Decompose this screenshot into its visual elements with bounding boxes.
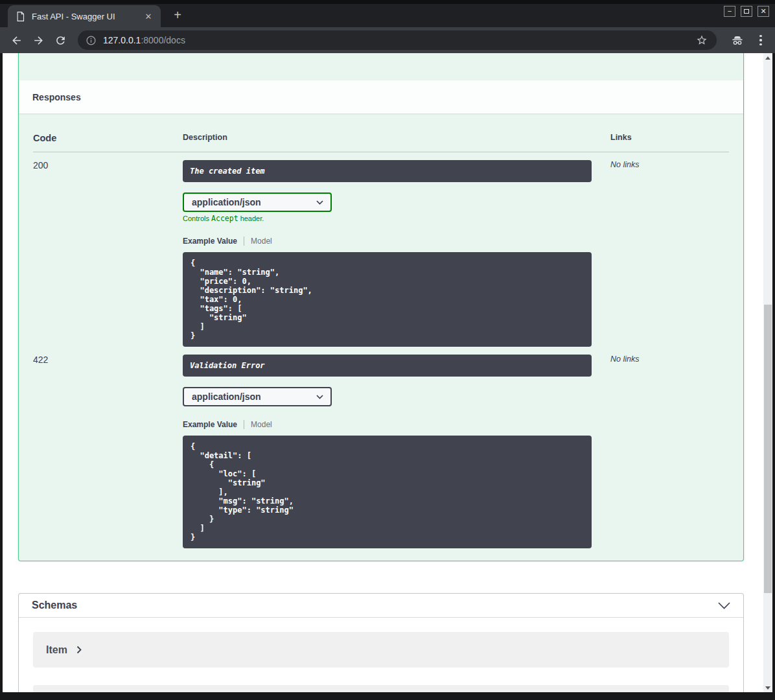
opblock-spacer (19, 53, 743, 80)
model-row-item[interactable]: Item (33, 632, 729, 668)
example-model-tabs: Example Value Model (183, 237, 610, 246)
bookmark-star-button[interactable] (695, 33, 709, 47)
minimize-button[interactable]: − (724, 6, 735, 17)
maximize-icon (744, 9, 749, 14)
browser-menu-button[interactable] (754, 32, 767, 49)
back-arrow-icon (10, 34, 23, 47)
reload-icon (54, 34, 67, 47)
browser-window: Fast API - Swagger UI ✕ + − ✕ 127.0.0.1:… (0, 0, 775, 700)
media-type-value: application/json (192, 391, 261, 402)
forward-button[interactable] (30, 32, 47, 49)
chevron-right-icon (76, 646, 82, 654)
tab-example-value[interactable]: Example Value (183, 237, 237, 246)
triangle-up-icon (765, 56, 770, 60)
media-type-select[interactable]: application/json (183, 192, 332, 212)
url-text[interactable]: 127.0.0.1:8000/docs (103, 35, 185, 45)
model-row-validationerror[interactable]: ValidationError (33, 685, 729, 692)
tab-example-value[interactable]: Example Value (183, 420, 237, 429)
responses-section-header: Responses (19, 80, 743, 113)
minimize-icon: − (728, 8, 732, 15)
tab-model[interactable]: Model (251, 237, 272, 246)
scroll-down-button[interactable] (763, 683, 772, 692)
media-type-select[interactable]: application/json (183, 387, 332, 406)
chevron-down-icon (316, 395, 323, 399)
tab-title: Fast API - Swagger UI (32, 12, 143, 21)
response-row-200: 200 The created item application/json Co… (33, 152, 729, 347)
schemas-header[interactable]: Schemas (19, 594, 743, 618)
accept-header-note: Controls Accept header. (183, 214, 610, 223)
swagger-page: Responses Code Description Links 200 The… (3, 53, 763, 692)
model-name: Item (46, 644, 67, 656)
column-header-code: Code (33, 133, 183, 143)
schemas-title: Schemas (27, 600, 77, 611)
response-description-box: The created item (183, 160, 592, 182)
page-content: Responses Code Description Links 200 The… (3, 53, 772, 692)
scroll-up-button[interactable] (763, 53, 772, 62)
triangle-down-icon (765, 686, 770, 690)
incognito-badge (728, 32, 746, 48)
media-type-value: application/json (192, 197, 261, 207)
column-header-description: Description (183, 133, 610, 143)
vertical-scrollbar[interactable] (763, 53, 772, 692)
tab-model[interactable]: Model (251, 420, 272, 429)
browser-toolbar: 127.0.0.1:8000/docs (0, 27, 775, 53)
document-favicon-icon (16, 11, 25, 22)
response-description-cell: Validation Error application/json Exampl… (183, 355, 610, 548)
forward-arrow-icon (32, 34, 45, 47)
operation-block: Responses Code Description Links 200 The… (18, 53, 744, 561)
models-list: Item ValidationError (19, 618, 743, 692)
accept-code: Accept (211, 214, 238, 223)
responses-title: Responses (32, 92, 81, 102)
window-close-button[interactable]: ✕ (758, 6, 769, 17)
close-icon: ✕ (760, 8, 766, 15)
chevron-down-icon (718, 602, 730, 609)
browser-tab[interactable]: Fast API - Swagger UI ✕ (8, 5, 161, 27)
column-header-links: Links (610, 133, 729, 143)
titlebar: Fast API - Swagger UI ✕ + − ✕ (0, 0, 775, 27)
response-links: No links (610, 355, 729, 548)
star-icon (696, 34, 708, 46)
chevron-down-icon (316, 200, 323, 205)
url-path: :8000/docs (141, 35, 185, 45)
schemas-section: Schemas Item ValidationError (18, 593, 744, 692)
response-links: No links (610, 160, 729, 347)
url-host: 127.0.0.1 (103, 35, 141, 45)
response-code: 200 (33, 160, 183, 347)
responses-table: Code Description Links 200 The created i… (19, 113, 743, 561)
plus-icon: + (174, 8, 181, 23)
close-icon: ✕ (145, 12, 152, 21)
window-controls: − ✕ (724, 6, 769, 17)
maximize-button[interactable] (741, 6, 752, 17)
menu-dots-icon (759, 35, 762, 38)
response-description-cell: The created item application/json Contro… (183, 160, 610, 347)
response-description-box: Validation Error (183, 355, 592, 377)
example-json-block: { "name": "string", "price": 0, "descrip… (183, 252, 592, 347)
tab-divider (244, 420, 244, 429)
scrollbar-thumb[interactable] (764, 305, 772, 593)
tab-divider (244, 237, 244, 246)
address-bar[interactable]: 127.0.0.1:8000/docs (78, 30, 717, 50)
response-row-422: 422 Validation Error application/json Ex… (33, 347, 729, 548)
incognito-icon (730, 33, 745, 47)
back-button[interactable] (8, 32, 25, 49)
responses-table-header: Code Description Links (33, 133, 729, 152)
example-model-tabs: Example Value Model (183, 420, 610, 429)
tab-close-button[interactable]: ✕ (143, 10, 154, 22)
site-info-icon[interactable] (86, 35, 97, 46)
example-json-block: { "detail": [ { "loc": [ "string" ], "ms… (183, 436, 592, 548)
response-code: 422 (33, 355, 183, 548)
reload-button[interactable] (52, 32, 69, 49)
new-tab-button[interactable]: + (170, 7, 185, 23)
